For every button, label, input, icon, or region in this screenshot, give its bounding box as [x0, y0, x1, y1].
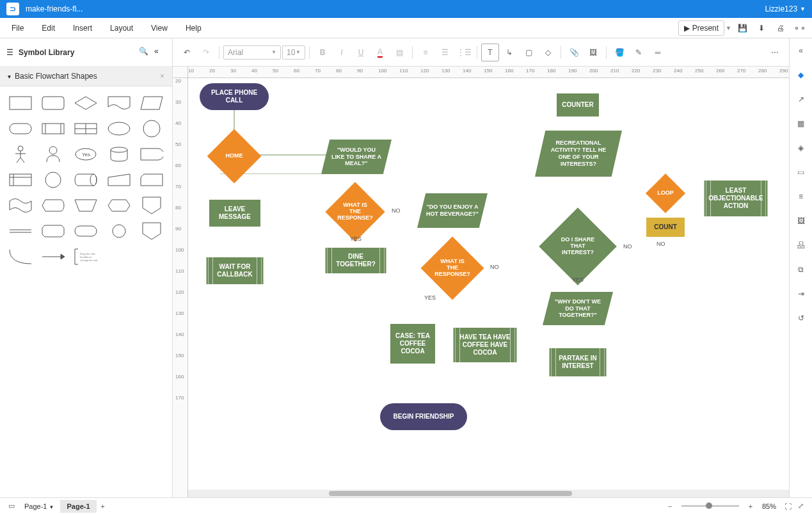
node-loop[interactable]: LOOP	[651, 179, 680, 207]
shape-user[interactable]	[39, 144, 67, 165]
close-section-icon[interactable]: ×	[160, 72, 164, 81]
node-least-action[interactable]: LEAST OBJECTIONABLE ACTION	[704, 181, 768, 216]
theme-icon[interactable]: ◆	[794, 68, 808, 82]
user-chevron-icon[interactable]: ▼	[800, 6, 806, 12]
shape-database[interactable]	[105, 144, 132, 165]
export-icon[interactable]: ↗	[794, 92, 808, 106]
canvas[interactable]: PLACE PHONE CALL HOME LEAVE MESSAGE WAIT…	[188, 78, 789, 497]
line-style-button[interactable]: ═	[649, 44, 667, 61]
shape-button[interactable]: ◇	[539, 44, 557, 61]
stroke-button[interactable]: ✎	[630, 44, 648, 61]
shape-arrow[interactable]	[39, 246, 67, 267]
node-place-call[interactable]: PLACE PHONE CALL	[200, 83, 269, 110]
page[interactable]: PLACE PHONE CALL HOME LEAVE MESSAGE WAIT…	[188, 78, 789, 497]
slides-icon[interactable]: ▭	[794, 165, 808, 179]
section-header[interactable]: ▾ Basic Flowchart Shapes ×	[0, 67, 172, 86]
shape-document[interactable]	[105, 93, 132, 113]
attach-button[interactable]: 📎	[565, 44, 583, 61]
shape-rounded[interactable]	[72, 221, 100, 241]
node-response-1[interactable]: WHAT IS THE RESPONSE?	[334, 191, 376, 233]
bold-button[interactable]: B	[314, 44, 331, 61]
data-icon[interactable]: ≡	[794, 189, 808, 204]
node-have[interactable]: HAVE TEA HAVE COFFEE HAVE COCOA	[453, 328, 517, 362]
shape-delay[interactable]	[138, 144, 166, 165]
shape-display[interactable]	[39, 195, 67, 216]
node-count[interactable]: COUNT	[646, 218, 685, 237]
align-h-button[interactable]: ≡	[417, 44, 434, 61]
node-wait-callback[interactable]: WAIT FOR CALLBACK	[206, 257, 264, 284]
node-begin-friendship[interactable]: BEGIN FRIENDSHIP	[380, 403, 467, 430]
shape-yes-badge[interactable]: Yes	[72, 144, 100, 165]
shape-manual-input[interactable]	[105, 170, 132, 190]
shape-terminator[interactable]	[6, 118, 34, 139]
shape-offpage[interactable]	[138, 195, 166, 216]
menu-layout[interactable]: Layout	[101, 20, 142, 36]
menu-file[interactable]: File	[3, 20, 33, 36]
node-counter[interactable]: COUNTER	[557, 93, 599, 116]
shape-stored-data[interactable]	[72, 118, 100, 139]
shape-ellipse[interactable]	[105, 118, 132, 139]
search-icon[interactable]: 🔍	[139, 47, 150, 58]
shape-diamond[interactable]	[72, 93, 100, 113]
node-case[interactable]: CASE: TEA COFFEE COCOA	[390, 324, 435, 364]
redo-button[interactable]: ↷	[197, 44, 215, 61]
pages-icon[interactable]: ▭	[5, 500, 18, 513]
shape-arc[interactable]	[6, 246, 34, 267]
align-icon[interactable]: ⇥	[794, 287, 808, 301]
node-partake[interactable]: PARTAKE IN INTEREST	[549, 348, 607, 376]
user-menu[interactable]: Lizzie123	[765, 4, 797, 13]
copy-icon[interactable]: ⧉	[794, 262, 808, 277]
page-dropdown[interactable]: Page-1 ▼	[18, 500, 60, 513]
node-leave-message[interactable]: LEAVE MESSAGE	[209, 200, 260, 227]
present-chevron-icon[interactable]: ▼	[726, 25, 731, 31]
node-share-meal[interactable]: "WOULD YOU LIKE TO SHARE A MEAL?"	[321, 140, 392, 174]
font-size-select[interactable]: 10▼	[282, 45, 305, 60]
shape-line[interactable]	[6, 221, 34, 241]
history-icon[interactable]: ↺	[794, 311, 808, 325]
node-rec-activity[interactable]: RECREATIONAL ACTIVITY? TELL HE ONE OF YO…	[535, 131, 622, 177]
text-color-button[interactable]: A	[371, 44, 389, 61]
collapse-right-icon[interactable]: «	[794, 44, 808, 58]
shape-internal-storage[interactable]	[6, 170, 34, 190]
shape-direct-data[interactable]	[72, 170, 100, 190]
fullscreen-button[interactable]: ⤢	[794, 500, 807, 513]
shape-alt-process[interactable]	[39, 221, 67, 241]
shape-circle2[interactable]	[39, 170, 67, 190]
page-tab[interactable]: Page-1	[60, 500, 96, 513]
collapse-panel-icon[interactable]: «	[154, 47, 166, 58]
shape-rect[interactable]	[6, 93, 34, 113]
scrollbar-h[interactable]	[188, 490, 789, 497]
node-dine[interactable]: DINE TOGETHER?	[325, 248, 386, 273]
shape-card[interactable]	[138, 170, 166, 190]
present-button[interactable]: ▶ Present	[678, 20, 724, 36]
layers-icon[interactable]: ◈	[794, 141, 808, 155]
text-tool-button[interactable]: T	[481, 44, 499, 61]
menu-edit[interactable]: Edit	[33, 20, 64, 36]
shape-parallelogram[interactable]	[138, 93, 166, 113]
menu-insert[interactable]: Insert	[64, 20, 101, 36]
zoom-out-button[interactable]: −	[664, 500, 676, 513]
node-why-not[interactable]: "WHY DON'T WE DO THAT TOGETHER?"	[543, 292, 613, 325]
font-select[interactable]: Arial▼	[223, 45, 281, 60]
italic-button[interactable]: I	[333, 44, 351, 61]
zoom-in-button[interactable]: +	[744, 500, 757, 513]
download-icon[interactable]: ⬇	[754, 20, 769, 36]
shape-annotation[interactable]: Drag the sidehandles tochange the width	[72, 246, 100, 267]
shape-circle[interactable]	[138, 118, 166, 139]
connector-button[interactable]: ↳	[500, 44, 518, 61]
org-icon[interactable]: 品	[794, 238, 808, 252]
shape-actor[interactable]	[6, 144, 34, 165]
image-button[interactable]: 🖼	[584, 44, 602, 61]
align-v-button[interactable]: ☰	[436, 44, 454, 61]
apps-icon[interactable]: ▦	[794, 116, 808, 131]
menu-view[interactable]: View	[142, 20, 177, 36]
fit-button[interactable]: ⛶	[781, 500, 794, 513]
node-home[interactable]: HOME	[215, 137, 253, 175]
shape-manual-op[interactable]	[72, 195, 100, 216]
add-page-button[interactable]: +	[97, 500, 109, 513]
node-share-interest[interactable]: DO I SHARE THAT INTEREST?	[550, 219, 605, 274]
more-button[interactable]: ⋯	[766, 44, 784, 61]
share-icon[interactable]: ⚬⚬	[792, 20, 808, 36]
node-hot-beverage[interactable]: "DO YOU ENJOY A HOT BEVERAGE?"	[417, 193, 488, 228]
fill-button[interactable]: 🪣	[610, 44, 628, 61]
